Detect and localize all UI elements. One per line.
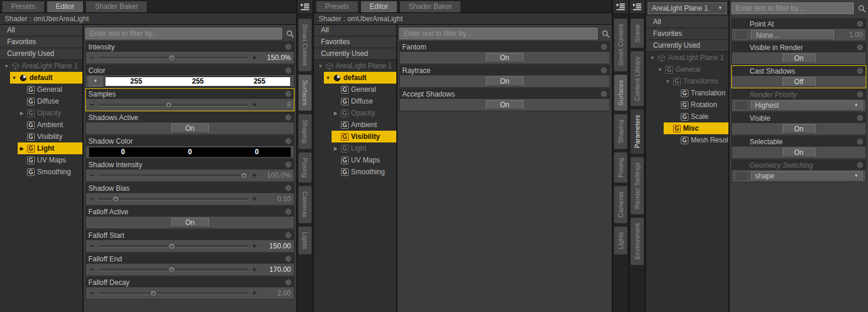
property-value[interactable]: 150.0%	[260, 54, 291, 62]
slider-decrement-button[interactable]: −	[89, 290, 95, 296]
expand-arrow-down-icon[interactable]: ▼	[325, 75, 331, 81]
slider-decrement-button[interactable]: −	[89, 267, 95, 273]
dropdown-select[interactable]: Highest▼	[751, 101, 863, 111]
expand-arrow-right-icon[interactable]: ▶	[19, 111, 25, 116]
expand-arrow-down-icon[interactable]: ▼	[317, 64, 323, 69]
tree-item-rotation[interactable]: GRotation	[646, 99, 728, 111]
tree-item-opacity[interactable]: ▶GOpacity	[314, 107, 396, 119]
tab-shader-baker[interactable]: Shader Baker	[85, 1, 147, 12]
slider-increment-button[interactable]: +	[251, 172, 257, 178]
gear-icon[interactable]	[857, 68, 863, 74]
sidebar-filter-favorites[interactable]: Favorites	[646, 28, 728, 40]
property-value[interactable]: 150.00	[260, 242, 291, 250]
tab-presets[interactable]: Presets	[316, 1, 359, 12]
tree-item-arealight-plane-1[interactable]: ▼AreaLight Plane 1	[314, 60, 396, 72]
gear-icon[interactable]	[285, 138, 291, 144]
expand-arrow-down-icon[interactable]: ▼	[11, 75, 17, 81]
color-dropdown-button[interactable]: ▼	[89, 77, 102, 87]
tree-item-default[interactable]: ▼default	[0, 72, 82, 84]
pane-tab-cameras[interactable]: Cameras	[614, 185, 628, 224]
tree-item-mesh-resolution[interactable]: GMesh Resolution	[646, 134, 728, 146]
gear-icon[interactable]	[601, 44, 607, 50]
gear-icon[interactable]	[285, 67, 291, 74]
pane-tab-surfaces[interactable]: Surfaces	[298, 74, 312, 111]
slider-decrement-button[interactable]: −	[89, 102, 95, 108]
tree-item-scale[interactable]: GScale	[646, 111, 728, 122]
expand-arrow-right-icon[interactable]: ▶	[333, 111, 339, 116]
gear-icon[interactable]	[285, 44, 291, 50]
pane-tab-cameras[interactable]: Cameras	[298, 185, 312, 224]
tree-item-smoothing[interactable]: GSmoothing	[0, 166, 82, 178]
slider-increment-button[interactable]: +	[251, 102, 257, 108]
slider-decrement-button[interactable]: −	[89, 243, 95, 249]
slider-increment-button[interactable]: +	[251, 243, 257, 249]
tree-item-visibility[interactable]: GVisibility	[0, 131, 82, 142]
tab-shader-baker[interactable]: Shader Baker	[399, 1, 461, 12]
tree-item-visibility[interactable]: GVisibility	[314, 131, 396, 142]
search-icon[interactable]	[601, 29, 610, 38]
tree-item-uv-maps[interactable]: GUV Maps	[314, 154, 396, 166]
toggle-button[interactable]: On	[486, 100, 524, 109]
toggle-button[interactable]: On	[171, 218, 209, 227]
pane-tab-smart-content[interactable]: Smart Content	[614, 18, 628, 72]
sidebar-filter-currently-used[interactable]: Currently Used	[646, 40, 728, 52]
slider-decrement-button[interactable]: −	[89, 55, 95, 61]
property-value[interactable]: 100.0%	[260, 171, 291, 180]
tree-item-smoothing[interactable]: GSmoothing	[314, 166, 396, 178]
toggle-button[interactable]: On	[783, 54, 816, 63]
gear-icon[interactable]	[285, 185, 291, 191]
tree-item-ambient[interactable]: GAmbient	[0, 119, 82, 131]
property-value[interactable]: 0.10	[260, 195, 291, 203]
slider-increment-button[interactable]: +	[251, 55, 257, 61]
pane-menu-icon[interactable]	[297, 0, 313, 14]
search-icon[interactable]	[857, 4, 866, 13]
gear-icon[interactable]	[285, 161, 291, 168]
pane-menu-icon[interactable]	[613, 0, 628, 14]
pane-tab-environment[interactable]: Environment	[630, 217, 644, 265]
property-value[interactable]: 170.00	[260, 265, 291, 274]
gear-icon[interactable]	[857, 21, 863, 27]
toggle-button[interactable]: On	[486, 53, 524, 62]
expand-arrow-down-icon[interactable]: ▼	[650, 55, 655, 61]
gear-icon[interactable]	[285, 279, 291, 286]
gear-icon[interactable]	[285, 91, 291, 97]
tree-item-opacity[interactable]: ▶GOpacity	[0, 107, 82, 119]
tree-item-general[interactable]: GGeneral	[0, 84, 82, 95]
gear-icon[interactable]	[285, 232, 291, 238]
slider-handle[interactable]	[168, 54, 175, 62]
expand-arrow-right-icon[interactable]: ▶	[333, 146, 339, 151]
sidebar-filter-all[interactable]: All	[0, 25, 82, 36]
pane-menu-icon[interactable]	[630, 0, 645, 14]
tree-item-general[interactable]: ▼GGeneral	[646, 64, 728, 75]
slider-handle[interactable]	[150, 290, 157, 297]
property-value[interactable]: 1.00	[837, 31, 863, 39]
gear-icon[interactable]	[601, 67, 607, 74]
slider-track[interactable]	[98, 198, 249, 200]
pane-tab-scene[interactable]: Scene	[630, 18, 644, 48]
point-at-none-button[interactable]: None...	[751, 30, 834, 40]
gear-icon[interactable]	[857, 138, 863, 145]
expand-arrow-down-icon[interactable]: ▼	[657, 67, 663, 72]
tree-item-uv-maps[interactable]: GUV Maps	[0, 154, 82, 166]
tree-item-light[interactable]: ▶GLight	[314, 142, 396, 154]
expand-arrow-right-icon[interactable]: ▶	[19, 146, 25, 151]
sidebar-filter-currently-used[interactable]: Currently Used	[314, 48, 396, 60]
pane-tab-lights[interactable]: Lights	[298, 226, 312, 255]
slider-track[interactable]	[98, 174, 249, 177]
pane-tab-shaping[interactable]: Shaping	[298, 114, 312, 149]
slider-handle[interactable]	[168, 243, 175, 250]
filter-input[interactable]	[399, 28, 598, 39]
tree-item-arealight-plane-1[interactable]: ▼AreaLight Plane 1	[0, 60, 82, 72]
gear-icon[interactable]	[857, 162, 863, 168]
slider-decrement-button[interactable]: −	[89, 172, 95, 178]
toggle-button[interactable]: On	[486, 77, 524, 86]
sidebar-filter-all[interactable]: All	[646, 16, 728, 28]
gear-icon[interactable]	[857, 91, 863, 98]
tree-item-general[interactable]: GGeneral	[314, 84, 396, 95]
tree-item-diffuse[interactable]: GDiffuse	[0, 95, 82, 107]
search-icon[interactable]	[285, 29, 294, 38]
tree-item-misc[interactable]: GMisc	[646, 122, 728, 134]
gear-icon[interactable]	[601, 91, 607, 97]
slider-handle[interactable]	[112, 195, 120, 203]
slider-handle[interactable]	[165, 101, 173, 109]
